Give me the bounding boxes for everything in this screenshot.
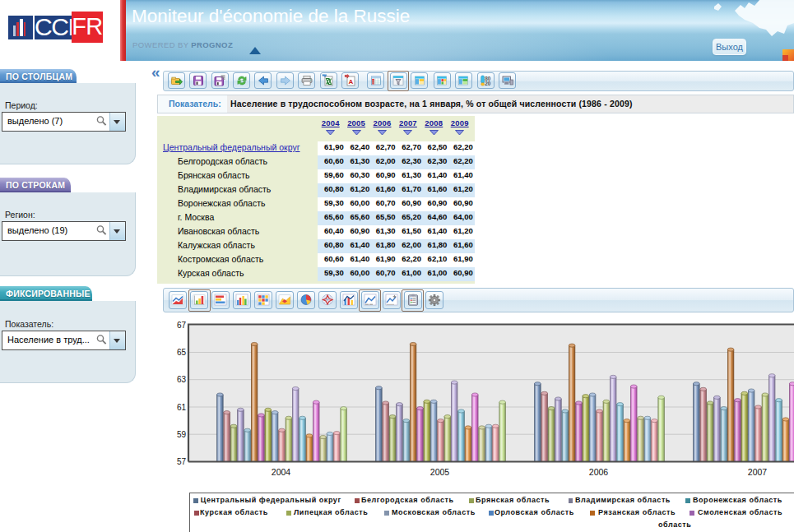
- svg-text:2004: 2004: [272, 467, 291, 477]
- svg-text:59: 59: [177, 430, 187, 439]
- svg-text:61: 61: [177, 403, 187, 412]
- svg-text:2007: 2007: [748, 467, 768, 477]
- svg-text:65: 65: [177, 348, 187, 357]
- svg-text:20: 20: [485, 81, 491, 86]
- svg-text:67: 67: [177, 321, 187, 330]
- svg-text:63: 63: [177, 375, 187, 384]
- svg-text:2005: 2005: [430, 467, 450, 477]
- svg-text:57: 57: [177, 457, 187, 466]
- svg-text:A: A: [348, 78, 353, 86]
- svg-text:2006: 2006: [589, 467, 609, 477]
